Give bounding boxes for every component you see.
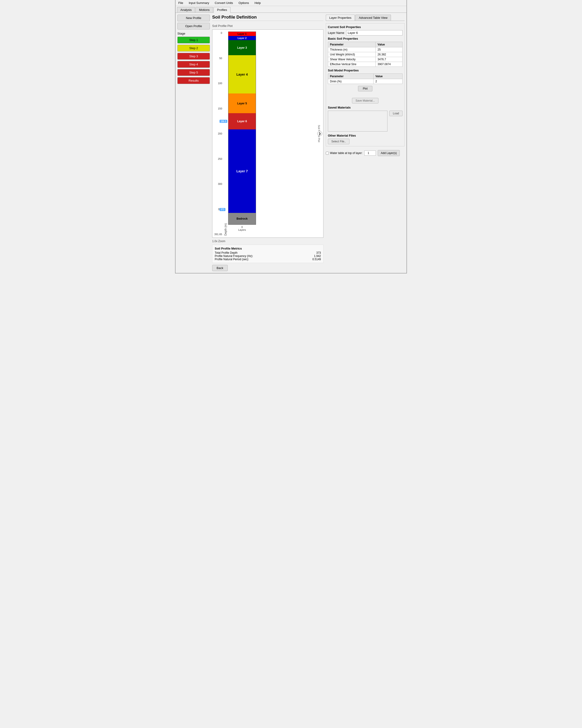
soil-plot-label: Soil Profile Plot	[212, 24, 323, 28]
back-button[interactable]: Back	[212, 265, 228, 271]
layer-name-label: Layer Name	[328, 31, 344, 34]
layer-4-block[interactable]: Layer 4	[229, 55, 256, 94]
menu-options[interactable]: Options	[238, 1, 250, 5]
y-tick-39165: 391.65	[214, 233, 222, 236]
other-materials-title: Other Material Files	[328, 134, 402, 137]
basic-prop-value-2: 3476.7	[376, 57, 402, 62]
menubar: File Input Summary Convert Units Options…	[176, 0, 406, 6]
metrics-label-0: Total Profile Depth	[215, 251, 237, 254]
y-tick-150: 150	[218, 107, 222, 110]
step-3-button[interactable]: Step 3	[177, 53, 210, 60]
soil-model-value-0: 2	[373, 79, 402, 84]
plot-button[interactable]: Plot	[358, 86, 373, 92]
metrics-label-1: Profile Natural Frequency (Hz):	[215, 254, 253, 258]
x-axis: 0 Layers	[238, 226, 246, 231]
load-button[interactable]: Load	[389, 111, 402, 116]
menu-convert-units[interactable]: Convert Units	[214, 1, 234, 5]
basic-props-title: Basic Soil Properties	[328, 37, 402, 41]
menu-help[interactable]: Help	[254, 1, 262, 5]
layer-5-block[interactable]: Layer 5	[229, 94, 256, 113]
soil-model-col-value: Value	[373, 74, 402, 79]
saved-materials-box	[328, 111, 388, 131]
y-axis-ticks: 0 50 100 150 200 250 300 350 391.65	[214, 31, 223, 236]
basic-prop-param-2: Shear Wave Velocity	[328, 57, 376, 62]
basic-prop-row-3[interactable]: Effective Vertical Stre 3907.0874	[328, 62, 402, 67]
water-table-checkbox[interactable]	[326, 152, 329, 155]
layer-6-block[interactable]: Layer 6 150.5	[229, 113, 256, 129]
menu-input-summary[interactable]: Input Summary	[188, 1, 210, 5]
spacer-1	[328, 93, 402, 98]
metrics-label-2: Profile Natural Period (sec):	[215, 258, 249, 261]
current-soil-title: Current Soil Properties	[328, 25, 402, 29]
metrics-value-0: 373	[316, 251, 321, 254]
x-axis-label: Layers	[238, 229, 246, 231]
menu-file[interactable]: File	[177, 1, 184, 5]
tab-layer-properties[interactable]: Layer Properties	[326, 15, 355, 21]
new-profile-button[interactable]: New Profile	[177, 15, 210, 21]
basic-prop-value-3: 3907.0874	[376, 62, 402, 67]
saved-materials-title: Saved Materials	[328, 106, 402, 109]
soil-model-row-0[interactable]: Dmin (%) 2	[328, 79, 402, 84]
y-tick-100: 100	[218, 82, 222, 85]
saved-materials-row: Load	[328, 111, 402, 131]
current-soil-section: Current Soil Properties Layer Name Basic…	[326, 23, 405, 146]
tab-motions[interactable]: Motions	[195, 7, 213, 12]
center-panel: Soil Profile Definition Soil Profile Plo…	[212, 15, 323, 271]
soil-model-param-0: Dmin (%)	[328, 79, 374, 84]
metrics-section: Soil Profile Metrics Total Profile Depth…	[212, 245, 323, 263]
layer-1-block[interactable]: Layer 1	[229, 32, 256, 36]
save-material-button[interactable]: Save Material...	[352, 98, 378, 103]
metrics-value-2: 0.5149	[312, 258, 321, 261]
basic-prop-row-1[interactable]: Unit Weight (kN/m3) 26.382	[328, 52, 402, 57]
bedrock-block[interactable]: Bedrock	[229, 213, 256, 225]
metrics-value-1: 1.942	[314, 254, 321, 258]
layer-7-block[interactable]: Layer 7 373	[229, 129, 256, 213]
metrics-row-0: Total Profile Depth 373	[215, 251, 321, 254]
main-tabs-bar: Analysis Motions Profiles	[176, 6, 406, 13]
y-axis-label: Depth (m)	[223, 31, 228, 236]
depth-marker-373: 373	[219, 208, 226, 211]
basic-prop-param-3: Effective Vertical Stre	[328, 62, 376, 67]
main-content: New Profile Open Profile Stage Step 1 St…	[176, 13, 406, 273]
soil-profile-title: Soil Profile Definition	[212, 15, 323, 21]
layer-2-block[interactable]: Layer 2	[229, 36, 256, 40]
step-2-button[interactable]: Step 2	[177, 45, 210, 51]
basic-prop-param-0: Thickness (m)	[328, 47, 376, 52]
expand-plot-button[interactable]: ❯	[317, 131, 322, 136]
metrics-title: Soil Profile Metrics	[215, 247, 321, 250]
other-materials-section: Other Material Files Select File..	[328, 134, 402, 144]
basic-props-table: Parameter Value Thickness (m) 25 Unit We…	[328, 42, 402, 67]
metrics-row-2: Profile Natural Period (sec): 0.5149	[215, 258, 321, 261]
select-file-button[interactable]: Select File..	[328, 139, 349, 144]
soil-column-area: Layer 1 Layer 2 Layer 3	[228, 31, 256, 236]
soil-column: Layer 1 Layer 2 Layer 3	[228, 31, 256, 225]
tab-profiles[interactable]: Profiles	[214, 7, 231, 13]
stage-label: Stage	[177, 32, 210, 35]
water-table-spinner[interactable]	[364, 151, 376, 156]
saved-materials-section: Saved Materials Load	[328, 106, 402, 131]
results-button[interactable]: Results	[177, 77, 210, 84]
zoom-label: 1.0x Zoom	[212, 240, 323, 243]
step-1-button[interactable]: Step 1	[177, 37, 210, 43]
step-5-button[interactable]: Step 5	[177, 69, 210, 76]
basic-prop-row-0[interactable]: Thickness (m) 25	[328, 47, 402, 52]
step-4-button[interactable]: Step 4	[177, 61, 210, 68]
layer-3-block[interactable]: Layer 3	[229, 40, 256, 55]
soil-model-table: Parameter Value Dmin (%) 2	[328, 74, 402, 84]
layer-name-input[interactable]	[346, 30, 402, 35]
basic-prop-row-2[interactable]: Shear Wave Velocity 3476.7	[328, 57, 402, 62]
left-panel: New Profile Open Profile Stage Step 1 St…	[177, 15, 210, 271]
basic-props-col-param: Parameter	[328, 42, 376, 47]
basic-prop-value-1: 26.382	[376, 52, 402, 57]
add-layer-button[interactable]: Add Layer(s)	[378, 150, 400, 156]
basic-prop-value-0: 25	[376, 47, 402, 52]
y-tick-0: 0	[221, 31, 222, 34]
tab-advanced-table-view[interactable]: Advanced Table View	[355, 15, 391, 21]
layer-name-row: Layer Name	[328, 30, 402, 35]
tab-analysis[interactable]: Analysis	[177, 7, 195, 12]
y-tick-300: 300	[218, 183, 222, 185]
y-tick-250: 250	[218, 157, 222, 160]
y-tick-50: 50	[219, 57, 222, 60]
open-profile-button[interactable]: Open Profile	[177, 23, 210, 29]
x-axis-value: 0	[238, 226, 246, 229]
